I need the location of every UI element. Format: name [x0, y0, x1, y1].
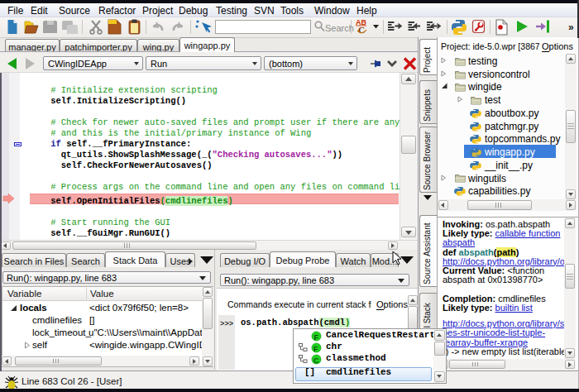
svg-text:F: F [313, 345, 318, 353]
svg-text:»: » [568, 22, 574, 33]
svg-text:C: C [313, 356, 319, 365]
svg-text:F: F [314, 333, 319, 342]
